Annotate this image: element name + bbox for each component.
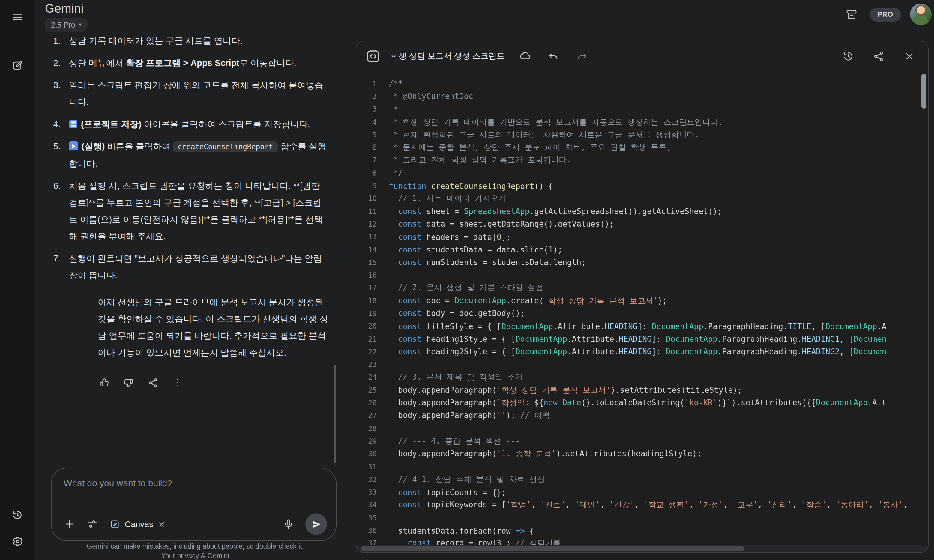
mic-button[interactable] [279,515,297,533]
line-number: 18 [356,297,377,305]
line-number: 36 [356,526,377,535]
code-line: 10 // 1. 시트 데이터 가져오기 [356,192,928,205]
thumbs-up-icon [98,377,109,388]
undo-button[interactable] [544,47,563,65]
list-item: 6.처음 실행 시, 스크립트 권한을 요청하는 창이 나타납니다. **[권한… [45,177,327,245]
line-number: 5 [356,131,377,139]
code-line: 17 // 2. 문서 생성 및 기본 스타일 설정 [356,282,928,295]
code-line: 9function createCounselingReport() { [356,180,928,192]
mic-icon [282,518,294,530]
code-line: 11 const sheet = SpreadsheetApp.getActiv… [356,205,928,218]
undo-icon [547,50,559,62]
tools-button[interactable] [83,515,102,533]
line-number: 19 [356,309,377,318]
send-icon [311,519,321,529]
line-number: 12 [356,220,377,228]
code-line: 15 const numStudents = studentsData.leng… [356,256,928,269]
list-item: 1.상담 기록 데이터가 있는 구글 시트를 엽니다. [45,32,327,49]
archive-icon [846,8,858,21]
code-line: 27 body.appendParagraph(''); // 여백 [356,409,928,422]
close-canvas-icon [904,51,915,62]
settings-button[interactable] [6,530,28,553]
close-canvas-button[interactable] [900,47,919,65]
user-avatar[interactable] [910,4,932,25]
line-number: 3 [356,105,377,113]
canvas-chip[interactable]: Canvas [110,519,166,529]
thumbs-up-button[interactable] [97,375,111,390]
new-chat-button[interactable] [6,54,28,77]
code-line: 2 * @OnlyCurrentDoc [356,90,928,103]
cloud-save-button[interactable] [516,47,534,65]
canvas-header-right [839,47,919,65]
canvas-icon [110,519,120,529]
menu-button[interactable] [6,6,28,29]
cloud-icon [519,50,532,62]
code-line: 35 [356,511,928,524]
pro-badge: PRO [870,8,901,21]
code-editor[interactable]: 1/**2 * @OnlyCurrentDoc3 *4 * 학생 상담 기록 데… [356,71,928,553]
list-number: 3. [45,77,69,110]
share-canvas-button[interactable] [870,47,888,65]
share-response-button[interactable] [146,375,160,390]
line-number: 27 [356,412,377,420]
share-icon [147,377,159,388]
canvas-panel: 학생 상담 보고서 생성 스크립트 [356,41,929,553]
version-history-icon [842,50,854,62]
send-button[interactable] [305,513,327,535]
line-number: 17 [356,284,377,292]
prompt-input[interactable]: What do you want to build? [62,477,326,488]
code-line: 36 studentsData.forEach(row => { [356,524,928,537]
code-line: 32 // 4-1. 상담 주제 분석 및 차트 생성 [356,473,928,486]
horizontal-scrollbar[interactable] [361,546,744,551]
archive-button[interactable] [843,5,861,23]
thumbs-down-button[interactable] [121,375,136,390]
more-options-button[interactable] [170,375,185,390]
line-number: 32 [356,475,377,484]
save-emoji-icon [69,120,77,128]
code-line: 6 * 문서에는 종합 분석, 상담 주제 분포 파이 차트, 주요 관찰 학생… [356,141,928,154]
code-line: 24 // 3. 문서 제목 및 작성일 추가 [356,371,928,384]
editor-scrollbar[interactable] [922,74,926,109]
add-attachment-button[interactable] [60,515,79,533]
list-number: 1. [45,32,69,49]
history-icon [11,509,23,521]
line-number: 9 [356,182,377,190]
code-line: 8 */ [356,167,928,180]
code-line: 16 [356,269,928,282]
redo-button[interactable] [573,47,590,65]
code-line: 33 const topicCounts = {}; [356,486,928,499]
code-line: 14 const studentsData = data.slice(1); [356,243,928,256]
code-line: 3 * [356,103,928,116]
history-button[interactable] [6,504,28,526]
chat-scrollbar[interactable] [333,365,336,463]
top-right-cluster: PRO [843,4,932,25]
line-number: 21 [356,335,377,343]
close-icon[interactable] [158,520,166,528]
list-item: 5. (실행) 버튼을 클릭하여 createCounselingReport … [45,138,327,172]
list-number: 2. [45,55,69,71]
canvas-chip-label: Canvas [125,519,153,529]
code-line: 13 const headers = data[0]; [356,231,928,243]
version-history-button[interactable] [839,47,857,65]
code-line: 28 [356,422,928,435]
composer[interactable]: What do you want to build? Canvas [51,468,336,541]
horizontal-scrollbar-track [357,545,928,553]
line-number: 20 [356,322,377,331]
model-selector[interactable]: 2.5 Pro ▾ [45,18,88,32]
plus-icon [63,518,76,530]
code-line: 19 const body = doc.getBody(); [356,307,928,320]
model-label: 2.5 Pro [51,21,75,29]
thumbs-down-icon [123,377,134,388]
list-item: 3.열리는 스크립트 편집기 창에 위의 코드를 전체 복사하여 붙여넣습니다. [45,77,327,110]
code-line: 22 const heading2Style = { [DocumentApp.… [356,345,928,358]
line-number: 29 [356,437,377,446]
line-number: 11 [356,207,377,215]
disclaimer-text: Gemini can make mistakes, including abou… [34,542,356,551]
list-number: 6. [45,177,69,245]
line-number: 7 [356,156,377,165]
code-line: 5 * 현재 활성화된 구글 시트의 데이터를 사용하여 새로운 구글 문서를 … [356,128,928,141]
privacy-link[interactable]: Your privacy & Gemini [161,552,230,559]
code-line: 31 [356,460,928,473]
line-number: 31 [356,463,377,471]
response-actions [97,375,327,390]
